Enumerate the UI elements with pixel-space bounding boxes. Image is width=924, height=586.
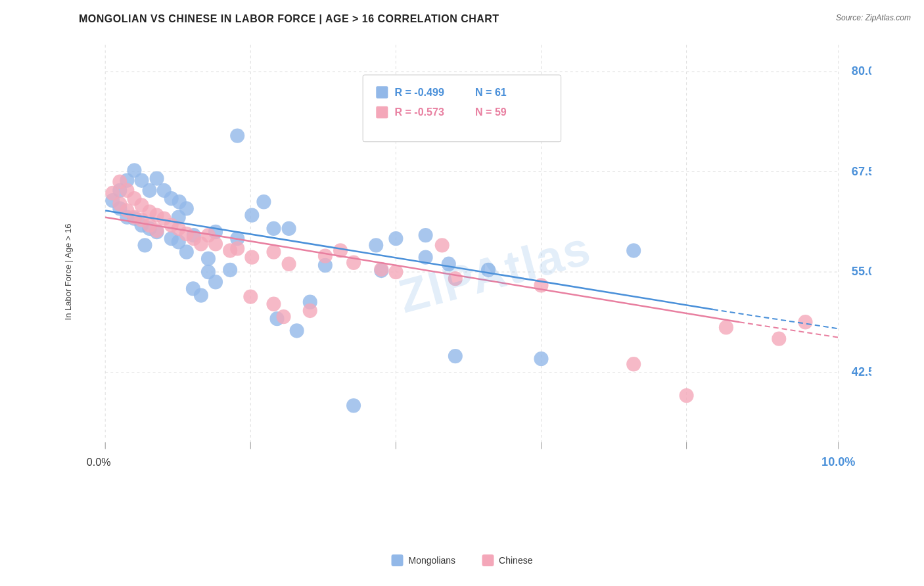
- y-label-80: 80.0%: [852, 64, 871, 78]
- svg-point-40: [282, 221, 296, 236]
- svg-point-99: [243, 289, 258, 304]
- mongolians-legend-box: [392, 554, 404, 566]
- svg-point-92: [194, 237, 208, 251]
- legend-mongolians: Mongolians: [392, 554, 456, 566]
- svg-point-45: [179, 244, 194, 259]
- svg-point-107: [719, 320, 733, 334]
- svg-point-61: [481, 263, 496, 277]
- svg-point-60: [442, 257, 456, 271]
- chinese-legend-label: Chinese: [499, 555, 532, 566]
- chart-title: MONGOLIAN VS CHINESE IN LABOR FORCE | AG…: [79, 13, 871, 25]
- svg-point-104: [435, 238, 450, 252]
- x-label-10: 10.0%: [821, 455, 855, 468]
- chart-legend: Mongolians Chinese: [392, 554, 533, 566]
- mongolians-legend-label: Mongolians: [409, 555, 456, 566]
- svg-point-66: [290, 323, 304, 338]
- svg-point-44: [230, 128, 244, 143]
- svg-point-53: [534, 351, 548, 366]
- chart-area: In Labor Force | Age > 16 ZIPAtlas 80.0%: [79, 32, 871, 512]
- svg-point-81: [318, 248, 333, 263]
- svg-point-109: [798, 315, 812, 329]
- svg-point-101: [303, 304, 317, 318]
- svg-point-56: [137, 238, 152, 252]
- chinese-legend-box: [482, 554, 494, 566]
- svg-text:N = 59: N = 59: [475, 106, 507, 118]
- svg-point-94: [244, 250, 259, 264]
- svg-text:R = -0.499: R = -0.499: [394, 86, 444, 98]
- scatter-plot: 80.0% 67.5% 55.0% 42.5% 0.0% 10.0%: [79, 32, 871, 512]
- svg-point-106: [680, 388, 694, 403]
- svg-point-46: [201, 251, 216, 265]
- svg-point-62: [626, 243, 641, 258]
- x-label-0: 0.0%: [87, 456, 111, 468]
- svg-point-95: [282, 257, 296, 271]
- source-label: Source: ZipAtlas.com: [836, 13, 911, 22]
- svg-rect-118: [376, 106, 388, 118]
- y-label-425: 42.5%: [852, 365, 871, 378]
- svg-point-102: [276, 309, 290, 324]
- legend-chinese: Chinese: [482, 554, 532, 566]
- svg-point-59: [369, 238, 383, 252]
- svg-point-105: [626, 357, 641, 371]
- svg-point-51: [208, 275, 223, 289]
- svg-line-113: [739, 322, 839, 337]
- svg-text:R = -0.573: R = -0.573: [394, 106, 444, 118]
- svg-point-41: [388, 231, 403, 246]
- svg-point-48: [346, 398, 361, 413]
- svg-point-93: [223, 243, 237, 258]
- svg-point-39: [244, 208, 259, 222]
- chart-container: MONGOLIAN VS CHINESE IN LABOR FORCE | AG…: [0, 0, 924, 586]
- svg-rect-114: [363, 75, 561, 142]
- y-label-55: 55.0%: [852, 265, 871, 278]
- svg-point-38: [266, 221, 281, 236]
- svg-point-63: [256, 194, 271, 209]
- svg-rect-115: [376, 86, 388, 98]
- svg-point-52: [223, 263, 237, 277]
- svg-point-55: [194, 288, 208, 302]
- svg-text:N = 61: N = 61: [475, 86, 507, 98]
- svg-point-80: [266, 244, 281, 259]
- y-label-675: 67.5%: [852, 164, 871, 177]
- svg-point-42: [419, 228, 433, 242]
- svg-point-100: [266, 297, 281, 311]
- svg-point-108: [772, 331, 786, 346]
- svg-point-43: [448, 349, 463, 363]
- y-axis-label: In Labor Force | Age > 16: [63, 224, 73, 321]
